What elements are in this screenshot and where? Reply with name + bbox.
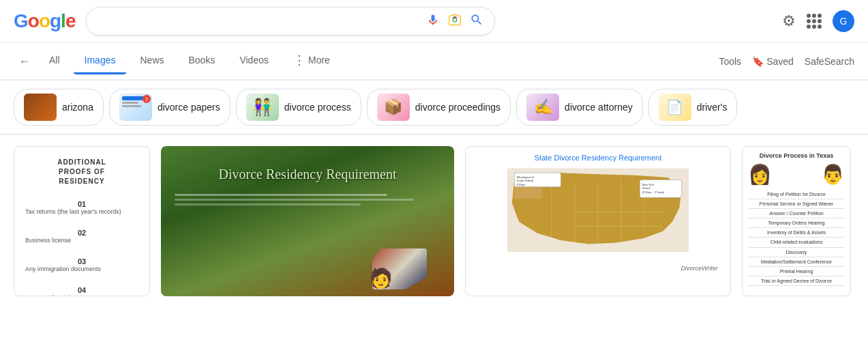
card1-item-2: 02 Business license <box>25 229 138 244</box>
chip-thumb-papers: 2 <box>119 94 152 121</box>
bookmark-icon: 🔖 <box>752 56 764 67</box>
chip-thumb-arizona <box>24 94 57 121</box>
process-step-3: Answer / Counter Petition <box>748 209 845 218</box>
filter-chip-divorce-proceedings[interactable]: 📦 divorce proceedings <box>367 89 511 126</box>
svg-text:(0 Days - 2 Years): (0 Days - 2 Years) <box>642 190 665 194</box>
process-step-5: Inventory of Debts & Assets <box>748 228 845 238</box>
card1-item-1: 01 Tax returns (the last year's records) <box>25 200 138 215</box>
filter-chips-row: arizona 2 divorce papers 👫 divorce proce… <box>0 81 868 134</box>
result-card-divorce-residency[interactable]: Divorce Residency Requirement 🧑 <box>161 146 454 296</box>
process-step-9: Pretrial Hearing <box>748 267 845 276</box>
nav-bar: ← All Images News Books Videos ⋮ More To… <box>0 43 868 80</box>
filter-chip-divorce-attorney[interactable]: ✍️ divorce attorney <box>516 89 643 126</box>
process-step-6: Child-related evaluations <box>748 238 845 247</box>
image-grid: ADDITIONALPROOFS OFRESIDENCY 01 Tax retu… <box>0 135 868 307</box>
more-dots-icon: ⋮ <box>293 53 305 68</box>
grid-icon[interactable] <box>807 14 822 29</box>
nav-item-images[interactable]: Images <box>74 48 127 74</box>
saved-label: Saved <box>766 56 794 67</box>
card1-title: ADDITIONALPROOFS OFRESIDENCY <box>25 158 138 186</box>
filter-chip-divorce-process[interactable]: 👫 divorce process <box>236 89 361 126</box>
chip-thumb-proceedings: 📦 <box>377 94 410 121</box>
svg-text:Varies*: Varies* <box>642 186 651 190</box>
camera-icon[interactable] <box>448 13 462 29</box>
chip-label-proceedings: divorce proceedings <box>415 102 500 113</box>
nav-item-all[interactable]: All <box>38 48 71 74</box>
filter-chip-divorce-papers[interactable]: 2 divorce papers <box>109 89 230 126</box>
chip-label-attorney: divorce attorney <box>565 102 633 113</box>
nav-label-news: News <box>140 55 164 66</box>
process-step-7: Discovery <box>748 248 845 257</box>
logo-letter-e: l <box>61 10 65 31</box>
process-step-2: Personal Service or Signed Waiver <box>748 199 845 209</box>
tools-button[interactable]: Tools <box>719 56 741 67</box>
card1-item-3: 03 Any immigration documents <box>25 257 138 272</box>
logo-letter-e2: e <box>65 10 76 31</box>
nav-label-more: More <box>308 55 330 66</box>
chip-thumb-attorney: ✍️ <box>526 94 559 121</box>
nav-label-books: Books <box>189 55 215 66</box>
nav-right: Tools 🔖 Saved SafeSearch <box>719 56 854 67</box>
gear-icon[interactable]: ⚙ <box>782 12 796 30</box>
chip-thumb-driver: 📄 <box>659 94 691 121</box>
header: Google residency requirements for divorc… <box>0 0 868 43</box>
mic-icon[interactable] <box>426 13 440 29</box>
filter-chip-drivers[interactable]: 📄 driver's <box>648 89 738 126</box>
nav-item-more[interactable]: ⋮ More <box>282 46 341 76</box>
svg-text:New York: New York <box>642 183 655 186</box>
result-card-residency[interactable]: ADDITIONALPROOFS OFRESIDENCY 01 Tax retu… <box>14 146 150 296</box>
card3-title: State Divorce Residency Requirement <box>473 154 723 162</box>
process-step-1: Filing of Petition for Divorce <box>748 190 845 199</box>
result-card-process-texas[interactable]: Divorce Process in Texas 👩 👨 Filing of P… <box>742 146 851 296</box>
saved-button[interactable]: 🔖 Saved <box>752 56 794 67</box>
nav-label-all: All <box>49 55 60 66</box>
google-logo[interactable]: Google <box>14 10 75 32</box>
card2-title: Divorce Residency Requirement <box>218 167 396 182</box>
chip-label-process: divorce process <box>284 102 351 113</box>
process-steps-list: Filing of Petition for DivorcePersonal S… <box>748 190 845 286</box>
svg-text:Washington &: Washington & <box>517 175 535 179</box>
filter-chip-arizona[interactable]: arizona <box>14 89 104 126</box>
process-step-10: Trial or Agreed Decree of Divorce <box>748 276 845 286</box>
logo-letter-g: G <box>14 10 28 31</box>
chip-label-papers: divorce papers <box>158 102 220 113</box>
nav-item-books[interactable]: Books <box>178 48 226 74</box>
logo-letter-o1: o <box>28 10 39 31</box>
safesearch-button[interactable]: SafeSearch <box>805 56 854 67</box>
process-step-4: Temporary Orders Hearing <box>748 218 845 228</box>
logo-letter-o2: o <box>39 10 50 31</box>
usa-map-svg: Washington & South Dakota 0 Days New Yor… <box>473 166 723 268</box>
card1-item-4: 04 Leave and Earnings Statement <box>25 286 138 296</box>
card3-attribution: DivorceWriter <box>680 265 718 272</box>
svg-text:0 Days: 0 Days <box>517 183 526 186</box>
nav-label-images: Images <box>85 55 116 66</box>
card4-title: Divorce Process in Texas <box>748 152 845 159</box>
process-step-8: Mediation/Settlement Conference <box>748 257 845 267</box>
nav-item-videos[interactable]: Videos <box>228 48 280 74</box>
search-input[interactable]: residency requirements for divorce in te… <box>98 15 419 27</box>
chip-label-drivers: driver's <box>697 102 728 113</box>
nav-item-news[interactable]: News <box>129 48 175 74</box>
header-right: ⚙ G <box>782 10 854 32</box>
svg-text:South Dakota: South Dakota <box>517 179 534 182</box>
nav-label-videos: Videos <box>239 55 269 66</box>
back-arrow[interactable]: ← <box>14 50 35 73</box>
chip-thumb-process: 👫 <box>246 94 279 121</box>
logo-letter-gl: g <box>50 10 61 31</box>
result-card-state-map[interactable]: State Divorce Residency Requirement Wash… <box>465 146 731 296</box>
search-bar: residency requirements for divorce in te… <box>86 7 495 35</box>
search-icons <box>426 13 483 29</box>
search-submit-icon[interactable] <box>470 13 483 29</box>
avatar[interactable]: G <box>833 10 854 32</box>
chip-label-arizona: arizona <box>62 102 93 113</box>
